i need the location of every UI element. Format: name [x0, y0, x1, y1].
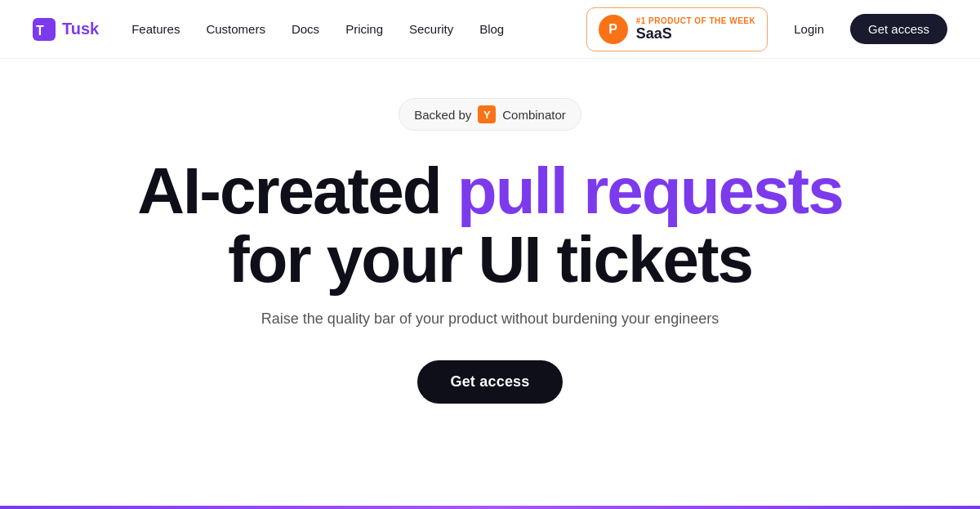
yc-logo: Y	[478, 105, 496, 123]
nav-item-security[interactable]: Security	[409, 22, 453, 37]
badge-suffix: Combinator	[502, 108, 566, 122]
nav-item-docs[interactable]: Docs	[292, 22, 319, 37]
nav-item-pricing[interactable]: Pricing	[345, 22, 383, 37]
nav-link-blog[interactable]: Blog	[479, 22, 504, 36]
nav-link-features[interactable]: Features	[131, 22, 180, 36]
bottom-accent-bar	[0, 506, 980, 509]
nav-link-docs[interactable]: Docs	[292, 22, 319, 36]
nav-link-pricing[interactable]: Pricing	[345, 22, 383, 36]
product-hunt-icon: P	[599, 15, 628, 44]
nav-link-security[interactable]: Security	[409, 22, 453, 36]
nav-links: Features Customers Docs Pricing Security…	[131, 22, 504, 37]
hero-heading-part3: for your UI tickets	[228, 223, 752, 296]
hero-heading: AI-created pull requests for your UI tic…	[122, 157, 858, 294]
get-access-nav-button[interactable]: Get access	[850, 14, 947, 44]
hero-subtext: Raise the quality bar of your product wi…	[261, 310, 719, 328]
nav-item-features[interactable]: Features	[131, 22, 180, 37]
product-hunt-text: #1 PRODUCT OF THE WEEK SaaS	[636, 16, 756, 42]
login-button[interactable]: Login	[781, 16, 837, 42]
nav-item-customers[interactable]: Customers	[206, 22, 265, 37]
navbar-left: T Tusk Features Customers Docs Pricing S…	[33, 18, 504, 41]
ycombinator-badge: Backed by Y Combinator	[399, 98, 581, 131]
product-hunt-eyebrow: #1 PRODUCT OF THE WEEK	[636, 16, 756, 25]
badge-prefix: Backed by	[414, 108, 471, 122]
logo-text: Tusk	[62, 20, 99, 38]
hero-heading-purple: pull requests	[457, 154, 843, 227]
hero-cta-button[interactable]: Get access	[417, 360, 562, 404]
hero-heading-part1: AI-created	[137, 154, 457, 227]
logo-icon: T	[33, 18, 56, 41]
nav-link-customers[interactable]: Customers	[206, 22, 265, 36]
nav-item-blog[interactable]: Blog	[479, 22, 504, 37]
navbar: T Tusk Features Customers Docs Pricing S…	[0, 0, 980, 59]
hero-section: Backed by Y Combinator AI-created pull r…	[0, 59, 980, 404]
product-hunt-title: SaaS	[636, 25, 756, 42]
svg-text:T: T	[36, 24, 44, 38]
navbar-right: P #1 PRODUCT OF THE WEEK SaaS Login Get …	[586, 7, 947, 51]
logo[interactable]: T Tusk	[33, 18, 99, 41]
product-hunt-badge[interactable]: P #1 PRODUCT OF THE WEEK SaaS	[586, 7, 768, 51]
